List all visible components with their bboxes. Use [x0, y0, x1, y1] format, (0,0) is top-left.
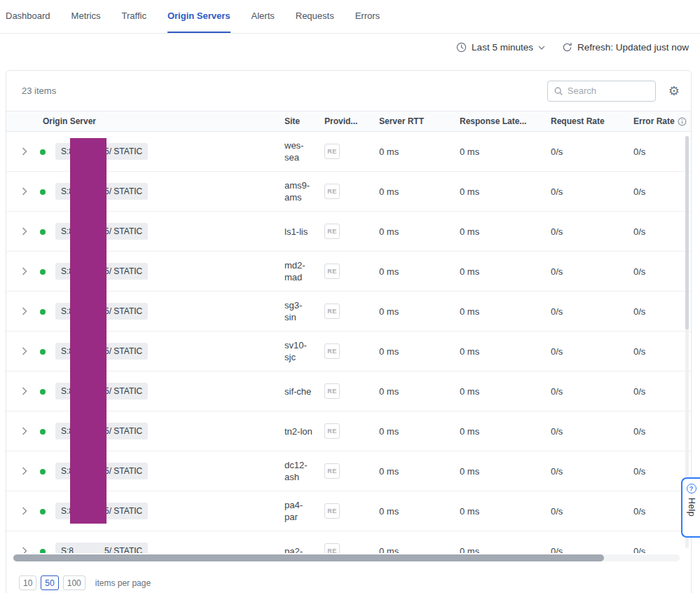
origin-servers-panel: 23 items ⚙ Origin Server Site Provid... … [6, 70, 692, 593]
provider-badge: RE [324, 264, 340, 279]
response-latency-value: 0 ms [460, 386, 551, 397]
help-button[interactable]: ? Help [681, 477, 700, 538]
refresh-button[interactable]: Refresh: Updated just now [562, 42, 689, 53]
row-expand-chevron-icon[interactable] [19, 344, 30, 358]
tab-requests[interactable]: Requests [296, 0, 334, 33]
row-expand-chevron-icon[interactable] [19, 544, 30, 553]
horizontal-scrollbar-thumb[interactable] [13, 554, 604, 561]
server-rtt-value: 0 ms [379, 186, 460, 197]
server-rtt-value: 0 ms [379, 346, 460, 357]
server-rtt-value: 0 ms [379, 386, 460, 397]
column-header-response-latency[interactable]: Response Late... [460, 116, 551, 126]
horizontal-scrollbar-track[interactable] [13, 554, 680, 561]
error-rate-value: 0/s [633, 306, 691, 317]
column-header-request-rate[interactable]: Request Rate [551, 116, 633, 126]
status-dot-green [40, 509, 46, 514]
items-count: 23 items [22, 86, 56, 96]
tab-origin-servers[interactable]: Origin Servers [167, 0, 231, 33]
request-rate-value: 0/s [551, 186, 633, 197]
request-rate-value: 0/s [551, 146, 633, 157]
row-expand-chevron-icon[interactable] [19, 464, 30, 478]
row-expand-chevron-icon[interactable] [19, 384, 30, 398]
tab-traffic[interactable]: Traffic [122, 0, 146, 33]
search-input-wrapper [547, 81, 656, 102]
row-expand-chevron-icon[interactable] [19, 144, 30, 158]
page-size-option-10[interactable]: 10 [19, 575, 36, 590]
table-row: S:85/ STATIC tn2-lon RE 0 ms 0 ms 0/s 0/… [6, 411, 691, 451]
site-cell: sg3-sin [284, 299, 324, 323]
site-cell: pa2- [284, 545, 324, 554]
server-rtt-value: 0 ms [379, 466, 460, 477]
row-expand-chevron-icon[interactable] [19, 264, 30, 278]
site-cell: dc12-ash [284, 459, 324, 483]
status-dot-green [40, 189, 46, 195]
status-dot-green [40, 229, 46, 235]
request-rate-value: 0/s [551, 266, 633, 277]
pagination: 10 50 100 items per page [6, 575, 691, 590]
error-rate-value: 0/s [633, 146, 691, 157]
server-rtt-value: 0 ms [379, 546, 460, 554]
page-size-option-100[interactable]: 100 [63, 575, 85, 590]
time-range-selector[interactable]: Last 5 minutes [456, 42, 545, 53]
table-row: S:85/ STATIC ls1-lis RE 0 ms 0 ms 0/s 0/… [6, 212, 691, 252]
response-latency-value: 0 ms [460, 226, 551, 237]
column-header-provider[interactable]: Provid... [324, 116, 379, 126]
page-size-option-50[interactable]: 50 [41, 575, 58, 590]
column-header-site[interactable]: Site [284, 116, 324, 126]
error-rate-value: 0/s [633, 226, 691, 237]
status-dot-green [40, 429, 46, 435]
site-cell: md2-mad [284, 259, 324, 283]
row-expand-chevron-icon[interactable] [19, 224, 30, 238]
provider-badge: RE [324, 383, 340, 399]
status-dot-green [40, 389, 46, 395]
status-dot-green [40, 349, 46, 355]
tab-errors[interactable]: Errors [355, 0, 380, 33]
table-row: S:85/ STATIC sg3-sin RE 0 ms 0 ms 0/s 0/… [6, 292, 691, 332]
info-icon [678, 117, 687, 126]
table-row: S:85/ STATIC wes-sea RE 0 ms 0 ms 0/s 0/… [6, 132, 691, 172]
server-rtt-value: 0 ms [379, 506, 460, 517]
provider-badge: RE [324, 463, 340, 479]
row-expand-chevron-icon[interactable] [19, 424, 30, 438]
error-rate-value: 0/s [633, 346, 691, 357]
provider-badge: RE [324, 304, 340, 319]
server-rtt-value: 0 ms [379, 266, 460, 277]
response-latency-value: 0 ms [460, 186, 551, 197]
status-dot-green [40, 269, 46, 275]
settings-gear-icon[interactable]: ⚙ [668, 85, 680, 97]
request-rate-value: 0/s [551, 466, 633, 477]
help-label: Help [687, 498, 696, 517]
top-nav: Dashboard Metrics Traffic Origin Servers… [0, 0, 700, 34]
origin-server-tag: S:85/ STATIC [55, 543, 148, 553]
time-range-label: Last 5 minutes [472, 42, 533, 53]
time-toolbar: Last 5 minutes Refresh: Updated just now [456, 42, 689, 53]
status-dot-green [40, 149, 46, 155]
response-latency-value: 0 ms [460, 506, 551, 517]
column-header-error-rate[interactable]: Error Rate [633, 116, 691, 126]
table-row: S:85/ STATIC md2-mad RE 0 ms 0 ms 0/s 0/… [6, 252, 691, 292]
site-cell: ams9-ams [284, 179, 324, 203]
site-cell: sv10-sjc [284, 339, 324, 363]
row-expand-chevron-icon[interactable] [19, 304, 30, 318]
column-header-origin-server[interactable]: Origin Server [40, 116, 284, 126]
tab-dashboard[interactable]: Dashboard [6, 0, 50, 33]
response-latency-value: 0 ms [460, 146, 551, 157]
refresh-label: Refresh: Updated just now [577, 42, 689, 53]
row-expand-chevron-icon[interactable] [19, 504, 30, 518]
provider-badge: RE [324, 224, 340, 239]
search-input[interactable] [568, 86, 650, 96]
column-header-server-rtt[interactable]: Server RTT [379, 116, 460, 126]
search-icon [554, 86, 563, 96]
table-row: S:85/ STATIC dc12-ash RE 0 ms 0 ms 0/s 0… [6, 451, 691, 491]
vertical-scrollbar-thumb[interactable] [685, 136, 689, 329]
server-rtt-value: 0 ms [379, 146, 460, 157]
table-row: S:85/ STATIC ams9-ams RE 0 ms 0 ms 0/s 0… [6, 172, 691, 212]
tab-alerts[interactable]: Alerts [252, 0, 275, 33]
provider-badge: RE [324, 503, 340, 519]
tab-metrics[interactable]: Metrics [71, 0, 101, 33]
provider-badge: RE [324, 184, 340, 199]
provider-badge: RE [324, 423, 340, 439]
response-latency-value: 0 ms [460, 306, 551, 317]
row-expand-chevron-icon[interactable] [19, 184, 30, 198]
redaction-overlay [70, 138, 107, 524]
